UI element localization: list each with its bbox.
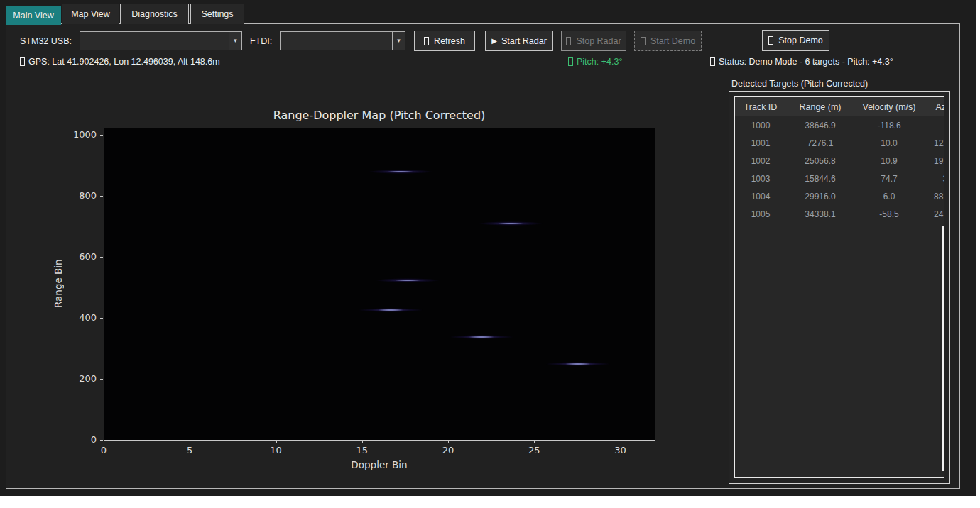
tab-settings[interactable]: Settings xyxy=(190,4,244,24)
y-axis-label: Range Bin xyxy=(53,234,64,333)
cell: 25056.8 xyxy=(786,156,854,166)
x-tick-mark xyxy=(448,441,449,443)
x-tick-label: 30 xyxy=(605,445,636,455)
x-tick-label: 0 xyxy=(88,445,119,455)
antenna-icon xyxy=(710,57,715,66)
tab-label: Diagnostics xyxy=(131,9,178,19)
cell: 1003 xyxy=(735,174,786,184)
app-window: Main View Map View Diagnostics Settings … xyxy=(0,0,976,496)
cell: 7276.1 xyxy=(786,138,854,148)
column-header[interactable]: Range (m) xyxy=(786,102,854,112)
y-tick-label: 200 xyxy=(67,373,97,384)
y-tick-mark xyxy=(100,196,103,197)
x-tick-mark xyxy=(362,441,363,443)
cell: 29916.0 xyxy=(786,192,854,201)
column-header[interactable]: Azimuth xyxy=(924,102,944,112)
y-tick-label: 800 xyxy=(67,190,97,201)
y-tick-mark xyxy=(100,257,103,258)
chart-title: Range-Doppler Map (Pitch Corrected) xyxy=(104,109,655,122)
x-tick-label: 5 xyxy=(174,445,205,455)
targets-table[interactable]: Track IDRange (m)Velocity (m/s)Azimuth 1… xyxy=(734,96,944,478)
y-tick-label: 600 xyxy=(67,251,97,262)
target-blip xyxy=(449,335,514,339)
y-tick-label: 1000 xyxy=(67,129,97,140)
demo-icon xyxy=(641,37,646,45)
column-header[interactable]: Velocity (m/s) xyxy=(854,102,924,112)
target-blip xyxy=(358,308,423,312)
y-tick-label: 0 xyxy=(67,434,97,445)
tab-map-view[interactable]: Map View xyxy=(62,4,119,24)
cell: 74.7 xyxy=(854,174,924,184)
tab-diagnostics[interactable]: Diagnostics xyxy=(120,4,189,24)
cell: 88.66998 xyxy=(924,192,944,201)
y-tick-label: 400 xyxy=(67,312,97,323)
cell: 300° xyxy=(924,174,944,184)
refresh-icon xyxy=(424,37,429,45)
stop-icon xyxy=(768,36,773,45)
cell: 191.2552 xyxy=(924,156,944,166)
range-doppler-plot[interactable] xyxy=(104,128,655,441)
tab-label: Map View xyxy=(71,9,110,19)
targets-panel-title: Detected Targets (Pitch Corrected) xyxy=(731,79,868,89)
cell: 122.2510 xyxy=(924,138,944,148)
chevron-down-icon[interactable]: ▼ xyxy=(392,32,405,50)
cell: 15844.6 xyxy=(786,174,854,184)
cell: 45° xyxy=(924,121,944,131)
pitch-status: Pitch: +4.3° xyxy=(568,56,622,67)
ftdi-label: FTDI: xyxy=(250,31,272,50)
table-row[interactable]: 10017276.110.0122.2510 xyxy=(735,134,944,152)
x-tick-mark xyxy=(190,441,190,443)
play-icon: ▶ xyxy=(491,38,497,45)
cell: -58.5 xyxy=(854,209,924,219)
ftdi-port-select[interactable]: ▼ xyxy=(280,31,405,50)
y-tick-mark xyxy=(100,379,103,380)
cell: 1005 xyxy=(735,209,786,219)
x-tick-label: 20 xyxy=(432,445,464,455)
cell: 10.0 xyxy=(854,138,924,148)
x-tick-mark xyxy=(534,441,535,443)
table-row[interactable]: 100534338.1-58.5247.5104 xyxy=(735,205,944,223)
table-row[interactable]: 100038646.9-118.645° xyxy=(735,116,944,134)
tab-label: Main View xyxy=(13,11,53,21)
cell: 38646.9 xyxy=(786,121,854,131)
start-demo-button: Start Demo xyxy=(634,31,702,51)
x-axis-label: Doppler Bin xyxy=(104,459,655,470)
table-scrollbar[interactable] xyxy=(942,226,944,471)
y-tick-mark xyxy=(100,318,103,319)
cell: 10.9 xyxy=(854,156,924,166)
x-tick-label: 15 xyxy=(347,445,378,455)
target-blip xyxy=(478,221,543,226)
x-tick-label: 10 xyxy=(261,445,292,455)
stop-radar-button: Stop Radar xyxy=(561,31,626,51)
radar-status: Status: Demo Mode - 6 targets - Pitch: +… xyxy=(710,56,893,67)
y-tick-mark xyxy=(100,135,103,136)
table-row[interactable]: 100315844.674.7300° xyxy=(735,170,944,187)
table-header-row: Track IDRange (m)Velocity (m/s)Azimuth xyxy=(735,97,944,116)
start-radar-button[interactable]: ▶ Start Radar xyxy=(485,31,553,51)
chevron-down-icon[interactable]: ▼ xyxy=(229,32,241,50)
target-blip xyxy=(545,362,611,366)
table-row[interactable]: 100225056.810.9191.2552 xyxy=(735,152,944,170)
target-blip xyxy=(375,278,440,282)
cell: 1002 xyxy=(735,156,786,166)
table-row[interactable]: 100429916.06.088.66998 xyxy=(735,187,944,205)
x-tick-mark xyxy=(276,441,277,443)
stm32-port-select[interactable]: ▼ xyxy=(80,31,242,50)
cell: 1000 xyxy=(735,121,786,131)
cell: -118.6 xyxy=(854,121,924,131)
stop-demo-button[interactable]: Stop Demo xyxy=(762,30,829,51)
column-header[interactable]: Track ID xyxy=(735,102,786,112)
cell: 1001 xyxy=(735,138,786,148)
pitch-icon xyxy=(568,57,573,66)
refresh-button[interactable]: Refresh xyxy=(414,31,475,51)
x-tick-label: 25 xyxy=(518,445,550,455)
cell: 247.5104 xyxy=(924,209,944,219)
gps-icon xyxy=(20,57,25,66)
stop-icon xyxy=(566,37,571,45)
cell: 6.0 xyxy=(854,192,924,201)
stm32-usb-label: STM32 USB: xyxy=(20,31,72,50)
cell: 34338.1 xyxy=(786,209,854,219)
tab-main-view[interactable]: Main View xyxy=(6,6,61,25)
y-tick-mark xyxy=(100,440,103,441)
target-blip xyxy=(368,170,433,174)
